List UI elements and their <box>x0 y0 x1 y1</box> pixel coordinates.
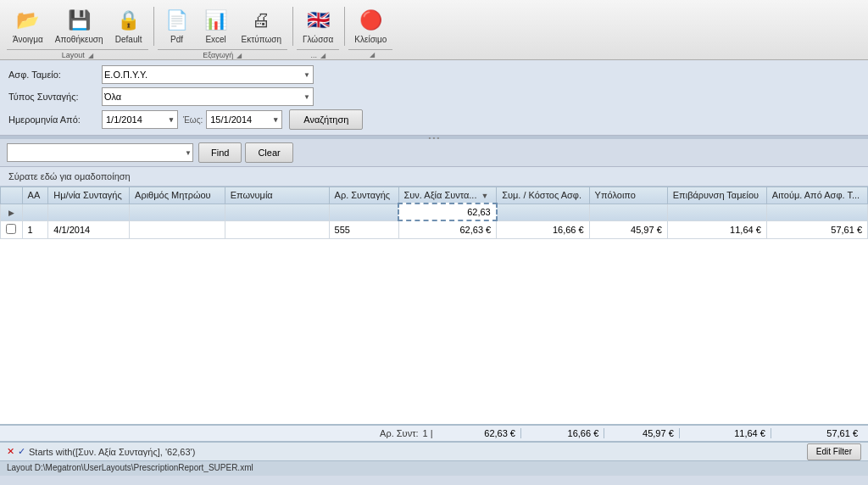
filter-sum-cell[interactable] <box>398 203 497 220</box>
close-button[interactable]: 🔴 Κλείσιμο <box>348 3 392 47</box>
filter-aa-cell <box>22 203 48 220</box>
row-aa: 1 <box>22 220 48 238</box>
grid-body: 1 4/1/2014 555 62,63 € 16,66 € 45,97 € 1… <box>1 220 868 238</box>
row-cost: 16,66 € <box>497 220 589 238</box>
date-from-input[interactable] <box>102 110 178 129</box>
misc-group-items: 🇬🇧 Γλώσσα <box>297 3 339 47</box>
grid-table: ΑΑ Ημ/νία Συνταγής Αριθμός Μητρώου Επωνυ… <box>0 187 868 239</box>
asf-select-wrapper: Ε.Ο.Π.Υ.Υ. Όλα ΤΣΜΕΔΕ ΟΑΕΕ <box>102 65 314 84</box>
save-icon: 💾 <box>65 7 92 34</box>
filter-sum-input[interactable] <box>404 207 491 217</box>
open-label: Άνοιγμα <box>13 35 43 44</box>
save-button[interactable]: 💾 Αποθήκευση <box>49 3 109 47</box>
totals-label-area: Αρ. Συντ: 1 | <box>5 428 438 438</box>
separator-3 <box>344 7 345 46</box>
col-check-header <box>1 187 23 204</box>
totals-cost: 16,66 € <box>521 428 604 438</box>
filter-ars-cell <box>329 203 398 220</box>
typos-select[interactable]: Όλα Τύπος 1 Τύπος 2 <box>102 87 314 106</box>
filter-input-wrapper: ▼ <box>7 143 193 162</box>
totals-count: 1 <box>423 428 428 438</box>
layout-group: 📂 Άνοιγμα 💾 Αποθήκευση 🔒 Default Layout … <box>7 3 148 59</box>
date-to-input[interactable] <box>206 110 282 129</box>
filter-ypol-cell <box>589 203 667 220</box>
date-row: Ημερομηνία Από: ▼ Έως: ▼ Αναζήτηση <box>8 109 860 130</box>
filter-remove-button[interactable]: ✕ <box>7 446 14 457</box>
col-date-header[interactable]: Ημ/νία Συνταγής <box>48 187 130 204</box>
col-epib-header[interactable]: Επιβάρυνση Ταμείου <box>667 187 766 204</box>
sort-arrow: ▼ <box>481 192 489 200</box>
filter-date-cell <box>48 203 130 220</box>
col-mhtr-header[interactable]: Αριθμός Μητρώου <box>130 187 225 204</box>
filter-apot-cell <box>766 203 867 220</box>
export-group-label: Εξαγωγή ◢ <box>158 49 287 59</box>
filter-mhtr-cell <box>130 203 225 220</box>
asf-select[interactable]: Ε.Ο.Π.Υ.Υ. Όλα ΤΣΜΕΔΕ ΟΑΕΕ <box>102 65 314 84</box>
language-button[interactable]: 🇬🇧 Γλώσσα <box>297 3 339 47</box>
col-ars-header[interactable]: Αρ. Συνταγής <box>329 187 398 204</box>
table-row[interactable]: 1 4/1/2014 555 62,63 € 16,66 € 45,97 € 1… <box>1 220 868 238</box>
row-checkbox[interactable] <box>6 224 16 234</box>
filter-check-icon: ✓ <box>18 446 25 457</box>
totals-label: Αρ. Συντ: <box>380 428 418 438</box>
save-label: Αποθήκευση <box>55 35 103 44</box>
filter-epib-cell <box>667 203 766 220</box>
close-group-items: 🔴 Κλείσιμο <box>348 3 392 47</box>
filter-row: ▶ <box>1 203 868 220</box>
pdf-button[interactable]: 📄 Pdf <box>158 3 197 47</box>
status-bar: Layout D:\Megatron\UserLayouts\Prescript… <box>0 460 868 476</box>
pdf-icon: 📄 <box>164 7 191 34</box>
asf-label: Ασφ. Ταμείο: <box>8 70 102 80</box>
grid-container[interactable]: ΑΑ Ημ/νία Συνταγής Αριθμός Μητρώου Επωνυ… <box>0 187 868 424</box>
search-button[interactable]: Αναζήτηση <box>289 109 363 130</box>
row-ars: 555 <box>329 220 398 238</box>
toolbar: 📂 Άνοιγμα 💾 Αποθήκευση 🔒 Default Layout … <box>0 0 868 60</box>
filter-row-marker: ▶ <box>8 209 14 217</box>
misc-group-label: ... ◢ <box>297 49 339 59</box>
language-icon: 🇬🇧 <box>304 7 331 34</box>
totals-apot: 57,61 € <box>771 428 863 438</box>
close-group-label: ◢ <box>348 49 392 59</box>
excel-icon: 📊 <box>203 7 230 34</box>
date-to-wrapper: ▼ <box>206 110 282 129</box>
row-check[interactable] <box>1 220 23 238</box>
excel-label: Excel <box>205 35 225 44</box>
filter-cost-cell <box>497 203 589 220</box>
row-epib: 11,64 € <box>667 220 766 238</box>
row-date: 4/1/2014 <box>48 220 130 238</box>
default-label: Default <box>115 35 142 44</box>
default-button[interactable]: 🔒 Default <box>109 3 148 47</box>
pdf-label: Pdf <box>170 35 183 44</box>
col-name-header[interactable]: Επωνυμία <box>225 187 329 204</box>
col-aa-header: ΑΑ <box>22 187 48 204</box>
col-sum-header[interactable]: Συν. Αξία Συντα... ▼ <box>398 187 497 204</box>
clear-button[interactable]: Clear <box>245 142 292 163</box>
row-mhtr <box>130 220 225 238</box>
col-apot-header[interactable]: Αιτούμ. Από Ασφ. Τ... <box>766 187 867 204</box>
typos-select-wrapper: Όλα Τύπος 1 Τύπος 2 <box>102 87 314 106</box>
edit-filter-button[interactable]: Edit Filter <box>807 443 861 460</box>
row-name <box>225 220 329 238</box>
row-ypol: 45,97 € <box>589 220 667 238</box>
lock-icon: 🔒 <box>115 7 142 34</box>
open-button[interactable]: 📂 Άνοιγμα <box>7 3 49 47</box>
totals-row: Αρ. Συντ: 1 | 62,63 € 16,66 € 45,97 € 11… <box>0 424 868 442</box>
separator-1 <box>153 7 154 46</box>
filter-input[interactable] <box>7 143 193 162</box>
print-label: Εκτύπωση <box>242 35 281 44</box>
col-cost-header[interactable]: Συμ. / Κόστος Ασφ. <box>497 187 589 204</box>
header-row: ΑΑ Ημ/νία Συνταγής Αριθμός Μητρώου Επωνυ… <box>1 187 868 204</box>
export-group-items: 📄 Pdf 📊 Excel 🖨 Εκτύπωση <box>158 3 287 47</box>
find-button[interactable]: Find <box>198 142 242 163</box>
close-group: 🔴 Κλείσιμο ◢ <box>348 3 392 59</box>
typos-label: Τύπος Συνταγής: <box>8 92 102 102</box>
misc-group: 🇬🇧 Γλώσσα ... ◢ <box>297 3 339 59</box>
print-button[interactable]: 🖨 Εκτύπωση <box>236 3 287 47</box>
layout-group-items: 📂 Άνοιγμα 💾 Αποθήκευση 🔒 Default <box>7 3 148 47</box>
col-ypol-header[interactable]: Υπόλοιπο <box>589 187 667 204</box>
filter-description: Starts with([Συν. Αξία Συνταγής], '62,63… <box>29 447 807 457</box>
typos-row: Τύπος Συνταγής: Όλα Τύπος 1 Τύπος 2 <box>8 87 860 106</box>
totals-sum: 62,63 € <box>438 428 521 438</box>
excel-button[interactable]: 📊 Excel <box>197 3 236 47</box>
totals-table: Αρ. Συντ: 1 | 62,63 € 16,66 € 45,97 € 11… <box>0 428 868 438</box>
